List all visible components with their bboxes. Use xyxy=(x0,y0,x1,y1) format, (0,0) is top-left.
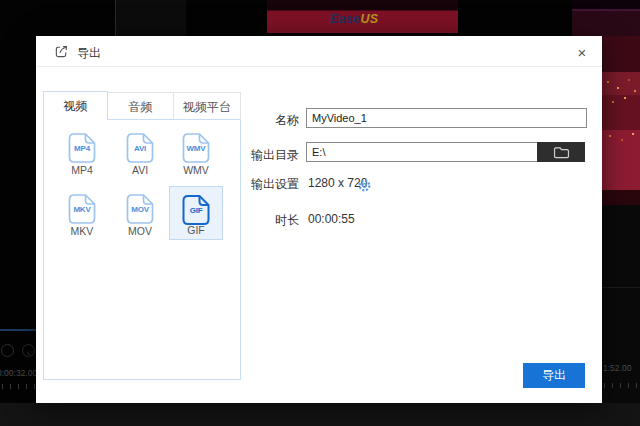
format-label: MP4 xyxy=(55,164,109,176)
close-icon[interactable]: × xyxy=(573,44,591,62)
format-label: MOV xyxy=(113,225,167,237)
export-dialog: 导出 × 视频 音频 视频平台 MP4 MP4 AVI AVI WMV xyxy=(36,36,602,403)
format-label: AVI xyxy=(113,164,167,176)
timeline-left-ticks xyxy=(2,384,36,389)
file-icon: MOV xyxy=(125,193,155,225)
timeline-left-timestamp: 0:00:32.00 xyxy=(0,368,37,378)
timeline-right-timestamp: 1:52.00 xyxy=(603,363,631,373)
file-icon: GIF xyxy=(181,194,211,226)
format-code: MKV xyxy=(67,205,97,214)
gear-icon[interactable] xyxy=(357,178,372,193)
export-button[interactable]: 导出 xyxy=(523,363,585,388)
timeline-tool-icon xyxy=(1,344,14,357)
format-code: GIF xyxy=(181,206,211,215)
format-avi[interactable]: AVI AVI xyxy=(113,125,167,179)
format-mov[interactable]: MOV MOV xyxy=(113,186,167,240)
export-icon xyxy=(54,44,69,59)
dialog-title: 导出 xyxy=(77,45,101,62)
dialog-header: 导出 × xyxy=(36,36,602,67)
video-preview: EaseUS xyxy=(267,0,458,33)
bg-timeline-blue-line xyxy=(0,329,36,331)
easeus-watermark-part1: Ease xyxy=(330,12,360,26)
easeus-watermark: EaseUS xyxy=(330,12,378,26)
format-code: MP4 xyxy=(67,144,97,153)
bg-topbar-panel xyxy=(116,0,186,36)
format-label: MKV xyxy=(55,225,109,237)
bg-timeline-track-line xyxy=(602,287,640,288)
browse-folder-button[interactable] xyxy=(537,142,585,162)
format-label: WMV xyxy=(169,164,223,176)
file-icon: MP4 xyxy=(67,132,97,164)
bg-top-right-clip xyxy=(572,0,640,36)
output-dir-label: 输出目录 xyxy=(209,147,299,164)
format-code: MOV xyxy=(125,205,155,214)
name-label: 名称 xyxy=(209,112,299,129)
folder-icon xyxy=(553,146,570,159)
format-mp4[interactable]: MP4 MP4 xyxy=(55,125,109,179)
duration-label: 时长 xyxy=(209,212,299,229)
app-window: EaseUS 0:00:32.00 1:52.00 导出 × 视频 音频 视频平… xyxy=(0,0,640,426)
clock-icon xyxy=(22,344,35,357)
easeus-watermark-part2: US xyxy=(360,12,378,26)
file-icon: WMV xyxy=(181,132,211,164)
format-code: WMV xyxy=(181,144,211,153)
tab-audio[interactable]: 音频 xyxy=(108,92,173,119)
timeline-right-ticks xyxy=(604,383,638,388)
format-mkv[interactable]: MKV MKV xyxy=(55,186,109,240)
tab-video[interactable]: 视频 xyxy=(43,91,108,120)
output-settings-label: 输出设置 xyxy=(209,176,299,193)
file-icon: MKV xyxy=(67,193,97,225)
bg-bottom-strip xyxy=(0,403,640,426)
format-code: AVI xyxy=(125,144,155,153)
name-input[interactable] xyxy=(306,108,587,128)
output-dir-input[interactable] xyxy=(306,142,538,162)
file-icon: AVI xyxy=(125,132,155,164)
duration-value: 00:00:55 xyxy=(308,212,355,226)
